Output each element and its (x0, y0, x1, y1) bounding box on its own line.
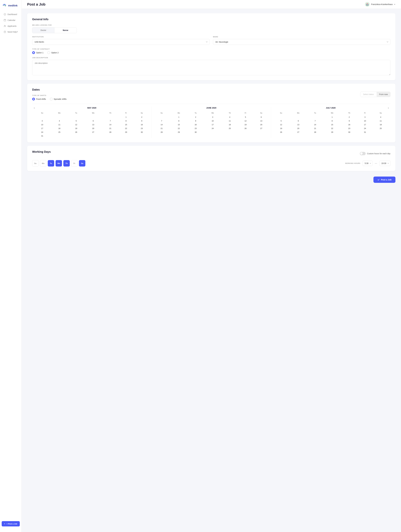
calendar-day[interactable]: 14 (154, 123, 170, 126)
calendar-day[interactable]: 8 (323, 119, 341, 123)
calendar-day[interactable]: 16 (134, 123, 149, 126)
calendar-day[interactable]: 23 (188, 127, 203, 130)
calendar-day[interactable]: 1 (323, 115, 341, 119)
calendar-day[interactable]: 11 (373, 119, 389, 123)
calendar-day[interactable]: 13 (84, 123, 102, 126)
calendar-day[interactable]: 3 (34, 119, 50, 123)
calendar-day[interactable]: 14 (308, 123, 323, 126)
calendar-day[interactable]: 31 (357, 130, 373, 134)
calendar-day[interactable]: 27 (290, 130, 307, 134)
calendar-day[interactable]: 22 (323, 127, 341, 130)
calendar-day[interactable]: 21 (154, 127, 170, 130)
day-we-button[interactable]: We (56, 160, 62, 166)
calendar-day[interactable]: 8 (118, 119, 134, 123)
calendar-day[interactable]: 10 (34, 123, 50, 126)
calendar-day[interactable]: 15 (118, 123, 134, 126)
calendar-day[interactable]: 4 (222, 115, 238, 119)
topbar-right[interactable]: 🏥 Franziskus-Krankenhaus ▼ (365, 2, 395, 7)
calendar-day[interactable]: 16 (188, 123, 203, 126)
calendar-day[interactable]: 6 (84, 119, 102, 123)
calendar-day[interactable]: 10 (357, 119, 373, 123)
calendar-day[interactable]: 3 (357, 115, 373, 119)
calendar-day[interactable]: 4 (373, 115, 389, 119)
day-sa-button[interactable]: Sa (79, 160, 85, 166)
calendar-day[interactable]: 17 (34, 127, 50, 130)
calendar-day[interactable]: 31 (34, 134, 50, 138)
calendar-day[interactable]: 24 (357, 127, 373, 130)
calendar-day[interactable]: 13 (253, 119, 269, 123)
calendar-day[interactable]: 29 (323, 130, 341, 134)
sidebar-item-dashboard[interactable]: Dashboard (1, 12, 20, 17)
calendar-day[interactable]: 5 (68, 119, 84, 123)
calendar-day[interactable]: 2 (188, 115, 203, 119)
calendar-day[interactable]: 5 (238, 115, 253, 119)
calendar-day[interactable]: 1 (170, 115, 188, 119)
calendar-day[interactable]: 10 (204, 119, 222, 123)
calendar-day[interactable]: 25 (222, 127, 238, 130)
calendar-day[interactable]: 29 (118, 130, 134, 134)
sidebar-item-help[interactable]: Need Help? (1, 29, 20, 35)
calendar-day[interactable]: 19 (238, 123, 253, 126)
start-time-select[interactable]: 5:30 (363, 161, 373, 166)
calendar-day[interactable]: 6 (253, 115, 269, 119)
calendar-day[interactable]: 23 (341, 127, 357, 130)
ward-select[interactable]: 3A: Neurologie (213, 39, 391, 45)
day-su-button[interactable]: Su (32, 160, 39, 166)
calendar-day[interactable]: 8 (170, 119, 188, 123)
calendar-day[interactable]: 28 (308, 130, 323, 134)
calendar-day[interactable]: 30 (134, 130, 149, 134)
calendar-day[interactable]: 30 (341, 130, 357, 134)
calendar-day[interactable]: 28 (103, 130, 118, 134)
calendar-day[interactable]: 14 (103, 123, 118, 126)
calendar-day[interactable]: 12 (68, 123, 84, 126)
calendar-day[interactable]: 13 (290, 123, 307, 126)
end-time-select[interactable]: 19:30 (379, 161, 390, 166)
calendar-day[interactable]: 24 (204, 127, 222, 130)
calendar-day[interactable]: 17 (204, 123, 222, 126)
sidebar-item-calendar[interactable]: Calendar (1, 18, 20, 23)
day-tu-button[interactable]: Tu (48, 160, 54, 166)
institution-select[interactable]: UKB Berlin (32, 39, 210, 45)
day-th-button[interactable]: Th (63, 160, 70, 166)
post-job-main-button[interactable]: Post a Job (373, 177, 395, 183)
calendar-day[interactable]: 25 (373, 127, 389, 130)
calendar-day[interactable]: 7 (103, 119, 118, 123)
calendar-day[interactable]: 11 (222, 119, 238, 123)
sidebar-item-applicants[interactable]: Applicants (1, 23, 20, 29)
custom-hours-toggle[interactable] (360, 152, 366, 155)
calendar-day[interactable]: 12 (273, 123, 289, 126)
day-fr-button[interactable]: Fr (71, 160, 78, 166)
calendar-day[interactable]: 27 (253, 127, 269, 130)
calendar-day[interactable]: 30 (188, 130, 203, 134)
calendar-day[interactable]: 5 (273, 119, 289, 123)
calendar-day[interactable]: 11 (50, 123, 68, 126)
calendar-day[interactable]: 9 (341, 119, 357, 123)
calendar-day[interactable]: 15 (323, 123, 341, 126)
calendar-day[interactable]: 17 (357, 123, 373, 126)
calendar-day[interactable]: 9 (188, 119, 203, 123)
calendar-day[interactable]: 16 (341, 123, 357, 126)
calendar-day[interactable]: 1 (118, 115, 134, 119)
calendar-day[interactable]: 2 (134, 115, 149, 119)
calendar-day[interactable]: 15 (170, 123, 188, 126)
doctor-toggle-btn[interactable]: Doctor (32, 27, 55, 33)
calendar-prev-button[interactable]: ‹ (34, 107, 35, 109)
calendar-day[interactable]: 21 (103, 127, 118, 130)
calendar-day[interactable]: 21 (308, 127, 323, 130)
calendar-day[interactable]: 7 (154, 119, 170, 123)
nurse-toggle-btn[interactable]: Nurse (55, 27, 77, 33)
calendar-day[interactable]: 28 (154, 130, 170, 134)
calendar-day[interactable]: 12 (238, 119, 253, 123)
sporadic-shifts-radio[interactable]: Sporadic shifts (50, 98, 67, 101)
calendar-day[interactable]: 27 (84, 130, 102, 134)
calendar-day[interactable]: 19 (68, 127, 84, 130)
calendar-day[interactable]: 18 (50, 127, 68, 130)
calendar-next-button[interactable]: › (388, 107, 389, 109)
calendar-day[interactable]: 4 (50, 119, 68, 123)
calendar-day[interactable]: 23 (134, 127, 149, 130)
option1-radio[interactable]: Option 1 (32, 51, 43, 54)
calendar-day[interactable]: 22 (170, 127, 188, 130)
calendar-day[interactable]: 29 (170, 130, 188, 134)
calendar-day[interactable]: 7 (308, 119, 323, 123)
calendar-day[interactable]: 20 (84, 127, 102, 130)
